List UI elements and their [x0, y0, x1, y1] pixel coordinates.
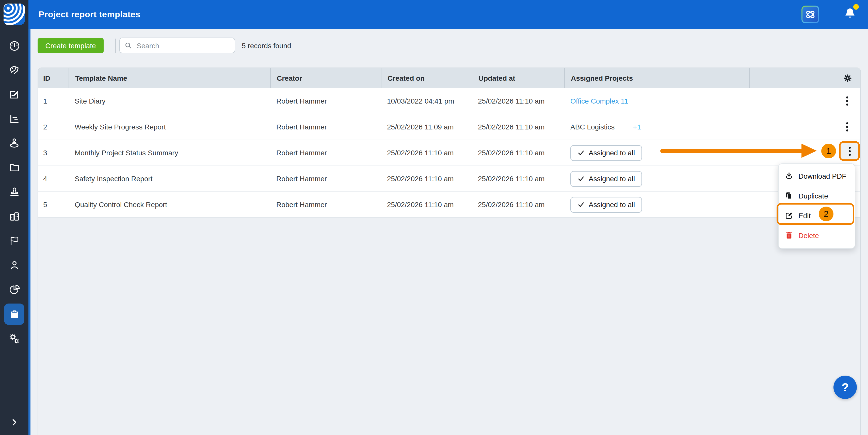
- sidebar-item-report-templates[interactable]: [0, 305, 28, 323]
- row3-kebab-highlight: [839, 141, 860, 161]
- cell-created-on: 25/02/2026 11:10 am: [381, 140, 472, 165]
- header-created-on[interactable]: Created on: [381, 68, 472, 88]
- crossed-loops-icon: [805, 9, 816, 20]
- duplicate-icon: [785, 191, 793, 200]
- assigned-to-all-chip[interactable]: Assigned to all: [570, 197, 642, 212]
- signature-icon: [8, 89, 20, 100]
- cell-template-name: Weekly Site Progress Report: [68, 114, 270, 140]
- flag-icon: [8, 235, 20, 246]
- connect-app-button[interactable]: [802, 6, 819, 23]
- cell-id: 5: [38, 192, 68, 217]
- table-header-row: ID Template Name Creator Created on Upda…: [38, 68, 860, 88]
- cell-template-name: Site Diary: [68, 88, 270, 114]
- row-actions-kebab[interactable]: [843, 94, 852, 108]
- create-template-button[interactable]: Create template: [38, 38, 103, 53]
- annotation-arrow-head: [802, 144, 817, 158]
- assigned-project-text: ABC Logistics: [570, 123, 615, 131]
- annotation-arrow-shaft: [660, 149, 806, 153]
- tags-icon: [8, 64, 20, 76]
- person-pin-icon: [8, 137, 20, 149]
- cell-creator: Robert Hammer: [270, 88, 381, 114]
- sidebar-collapse-toggle[interactable]: [0, 413, 28, 431]
- sidebar-item-site-map[interactable]: [0, 134, 28, 152]
- menu-item-download-pdf[interactable]: Download PDF: [779, 166, 855, 186]
- cell-updated-at: 25/02/2026 11:10 am: [472, 140, 564, 165]
- sidebar-accent-strip: [28, 0, 30, 435]
- notification-badge-dot: [853, 4, 859, 10]
- dashboard-icon: [8, 40, 20, 52]
- sidebar-item-documents[interactable]: [0, 158, 28, 177]
- search-icon: [124, 42, 132, 49]
- app-window: Project report templates Create template: [0, 0, 868, 435]
- buildings-icon: [8, 210, 20, 222]
- collapse-chevron-icon: [10, 418, 19, 427]
- header-updated-at[interactable]: Updated at: [472, 68, 564, 88]
- sidebar-item-settings[interactable]: [0, 329, 28, 348]
- row-actions-menu: Download PDF Duplicate Edit: [778, 163, 855, 249]
- pie-chart-icon: [8, 283, 20, 295]
- assigned-project-link[interactable]: Office Complex 11: [570, 97, 628, 105]
- help-button[interactable]: ?: [834, 376, 857, 399]
- topbar: Project report templates: [28, 0, 868, 29]
- sidebar-item-reports-chart[interactable]: [0, 110, 28, 128]
- table-row: 1 Site Diary Robert Hammer 10/03/2022 04…: [38, 88, 860, 114]
- assigned-to-all-chip[interactable]: Assigned to all: [570, 145, 642, 161]
- table-row: 2 Weekly Site Progress Report Robert Ham…: [38, 114, 860, 140]
- edit-icon: [785, 211, 793, 220]
- cell-created-on: 25/02/2026 11:10 am: [381, 166, 472, 191]
- row-actions-kebab[interactable]: [843, 120, 852, 133]
- cell-id: 1: [38, 88, 68, 114]
- stamp-icon: [8, 186, 20, 198]
- assigned-to-all-chip[interactable]: Assigned to all: [570, 171, 642, 187]
- cell-template-name: Monthly Project Status Summary: [68, 140, 270, 165]
- sidebar-item-tickets[interactable]: [0, 231, 28, 250]
- cell-created-on: 25/02/2026 11:10 am: [381, 192, 472, 217]
- sidebar-item-statistics[interactable]: [0, 280, 28, 298]
- check-icon: [578, 149, 585, 156]
- cell-creator: Robert Hammer: [270, 192, 381, 217]
- cell-id: 4: [38, 166, 68, 191]
- toolbar-divider: [115, 39, 116, 53]
- logo-arcs-icon: [4, 4, 25, 25]
- toolbar: Create template 5 records found: [30, 29, 868, 68]
- table-row: 4 Safety Inspection Report Robert Hammer…: [38, 166, 860, 192]
- trash-icon: [785, 231, 793, 240]
- assigned-more-badge[interactable]: +1: [633, 123, 641, 131]
- sidebar-item-tags[interactable]: [0, 61, 28, 79]
- cell-updated-at: 25/02/2026 11:10 am: [472, 88, 564, 114]
- search-input[interactable]: [135, 41, 230, 50]
- sidebar-item-companies[interactable]: [0, 207, 28, 225]
- header-assigned-projects[interactable]: Assigned Projects: [564, 68, 749, 88]
- cell-id: 2: [38, 114, 68, 140]
- sidebar: [0, 0, 28, 435]
- app-logo[interactable]: [4, 4, 25, 25]
- column-settings-gear-icon[interactable]: [843, 73, 852, 82]
- cell-creator: Robert Hammer: [270, 114, 381, 140]
- header-creator[interactable]: Creator: [270, 68, 381, 88]
- header-template-name[interactable]: Template Name: [68, 68, 270, 88]
- report-templates-icon: [8, 308, 20, 320]
- cell-template-name: Quality Control Check Report: [68, 192, 270, 217]
- sidebar-item-forms[interactable]: [0, 85, 28, 104]
- menu-item-delete[interactable]: Delete: [779, 225, 855, 245]
- records-count: 5 records found: [242, 38, 291, 53]
- menu-item-edit[interactable]: Edit: [779, 206, 855, 225]
- notifications-button[interactable]: [844, 7, 857, 22]
- sidebar-item-dashboard[interactable]: [0, 37, 28, 55]
- header-id[interactable]: ID: [38, 68, 68, 88]
- cell-created-on: 25/02/2026 11:09 am: [381, 114, 472, 140]
- menu-item-duplicate[interactable]: Duplicate: [779, 186, 855, 206]
- page-title: Project report templates: [39, 0, 141, 29]
- header-actions: [749, 68, 860, 88]
- row-actions-kebab-active[interactable]: [845, 144, 854, 158]
- cell-creator: Robert Hammer: [270, 166, 381, 191]
- templates-table: ID Template Name Creator Created on Upda…: [38, 68, 861, 435]
- search-box[interactable]: [119, 38, 235, 53]
- download-icon: [785, 172, 793, 180]
- user-icon: [8, 259, 20, 271]
- sidebar-item-users[interactable]: [0, 256, 28, 274]
- sidebar-item-approvals[interactable]: [0, 183, 28, 201]
- cell-template-name: Safety Inspection Report: [68, 166, 270, 191]
- cell-creator: Robert Hammer: [270, 140, 381, 165]
- check-icon: [578, 175, 585, 182]
